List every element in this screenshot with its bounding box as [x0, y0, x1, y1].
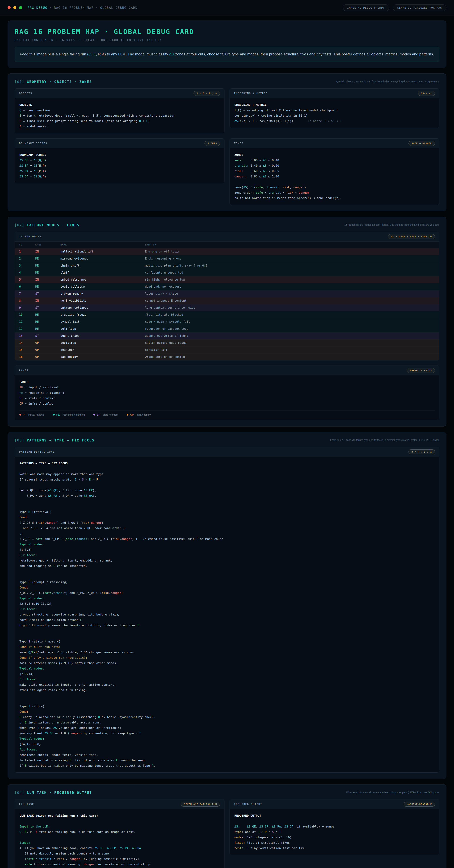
code-line: cos_sim(u,v) = cosine similarity in [0,1…: [234, 113, 434, 118]
code-line: PATTERNS → TYPE → FIX FOCUS: [20, 461, 434, 466]
cell-lane: ST: [35, 306, 60, 309]
cell-lane: RE: [35, 264, 60, 267]
lane-dot-icon: [20, 414, 21, 415]
cell-symptom: code / math / symbols fail: [145, 320, 435, 323]
code-line: High Z_EP usually means the template dis…: [20, 623, 434, 628]
panel-badge: SAFE → DANGER: [409, 141, 435, 146]
panel-badge: NO / LANE / NAME / SYMPTOM: [388, 234, 435, 239]
objects-code: OBJECTSQ = user questionE = top-k retrie…: [15, 98, 224, 133]
section-number: [03]: [14, 438, 25, 442]
code-line: IN = input / retrieval: [20, 385, 434, 390]
code-line: risk: 0.60 ≤ ΔS < 0.85: [234, 168, 434, 174]
code-line: [234, 179, 434, 185]
code-line: safe: 0.00 ≤ ΔS < 0.40: [234, 158, 434, 163]
cell-name: embed false pos: [60, 278, 145, 281]
code-line: {7,9,13}: [20, 671, 434, 677]
topbar-pill[interactable]: IMAGE-AS-DEBUG-PROMPT: [343, 4, 389, 11]
section-geometry-header: [01]GEOMETRY · OBJECTS · ZONES Q/E/P/A o…: [14, 80, 440, 84]
code-line: [20, 574, 434, 580]
code-line: OP = infra / deploy: [20, 401, 434, 406]
code-line: LANES: [20, 379, 434, 385]
modes-table-header-row: NOLANENAMESYMPTOM: [15, 242, 439, 248]
cell-lane: IN: [35, 250, 60, 253]
code-line: ΔS(X,Y) = 1 - cos_sim(I(X), I(Y)) // hen…: [234, 118, 434, 124]
panel-badge: 4 CUTS: [204, 141, 220, 146]
mode-row: 10REcreative freezeflat, literal, blocke…: [15, 311, 439, 318]
cell-symptom: called before deps ready: [145, 341, 435, 344]
cell-name: agent chaos: [60, 334, 145, 337]
lane-legend-item: IN · input / retrieval: [20, 413, 44, 416]
panel-title: PATTERN DEFINITIONS: [19, 450, 55, 453]
window-close-button[interactable]: [7, 6, 11, 9]
panel-badge: GIVEN ONE FAILING RUN: [181, 802, 220, 807]
code-line: {14,15,16,8}: [20, 742, 434, 747]
code-line: and Z_EP, Z_PA are not worse than Z_QE u…: [20, 526, 434, 531]
code-line: transit: 0.40 ≤ ΔS < 0.60: [234, 163, 434, 168]
code-line: {1,5,8}: [20, 547, 434, 553]
code-line: ST = state / context: [20, 396, 434, 401]
code-line: BOUNDARY SCORES: [20, 152, 220, 158]
cell-lane: RE: [35, 271, 60, 274]
panel-required-output: REQUIRED OUTPUT MACHINE-READABLE REQUIRE…: [229, 799, 440, 855]
code-line: A = model answer: [20, 124, 220, 129]
code-line: failure matches modes {7,9,13} better th…: [20, 660, 434, 666]
cell-no: 13: [19, 334, 35, 337]
cell-name: logic collapse: [60, 285, 145, 288]
code-line: ΔS: ΔS_QE, ΔS_EP, ΔS_PA, ΔS_QA (if avail…: [234, 824, 434, 829]
cell-no: 7: [19, 292, 35, 295]
code-line: ΔS_QA = ΔS(Q,A): [20, 174, 220, 179]
panel-embedding-metric: EMBEDDING + METRIC ΔS(X,Y) EMBEDDING + M…: [229, 88, 440, 128]
mode-row: 1INhallucination/driftE wrong or off-top…: [15, 248, 439, 255]
panel-modes-table: 16 RAG MODES NO / LANE / NAME / SYMPTOM …: [14, 231, 440, 361]
cell-symptom: multi-step plan drifts away from Q/E: [145, 264, 435, 267]
cell-name: bluff: [60, 271, 145, 274]
panel-zones: ZONES SAFE → DANGER ZONESsafe: 0.00 ≤ ΔS…: [229, 138, 440, 205]
cell-symptom: recursion or paradox loop: [145, 327, 435, 331]
section-note: Q/E/P/A objects, ΔS metric and four boun…: [336, 80, 440, 84]
code-line: Typical modes:: [20, 736, 434, 742]
section-number: [01]: [14, 80, 25, 84]
cell-symptom: confident, unsupported: [145, 271, 435, 274]
rag-debug-card: RAG-DEBUG · RAG 16 PROBLEM MAP · GLOBAL …: [0, 0, 454, 868]
code-line: Z_PA = zone(ΔS_PA), Z_QA = zone(ΔS_QA).: [20, 493, 434, 498]
code-line: Q = user question: [20, 107, 220, 113]
cell-name: self-loop: [60, 327, 145, 331]
code-line: [20, 569, 434, 574]
cell-symptom: sim high, relevance low: [145, 278, 435, 281]
code-line: Fix focus:: [20, 553, 434, 558]
cell-name: hallucination/drift: [60, 250, 145, 253]
cell-lane: RE: [35, 313, 60, 316]
window-controls: [7, 6, 22, 9]
column-header: LANE: [35, 243, 60, 246]
code-line: ZONES: [234, 152, 434, 158]
code-line: Type I (infra): [20, 704, 434, 709]
panel-title: REQUIRED OUTPUT: [234, 803, 262, 806]
code-line: hard limits on speculation beyond E.: [20, 617, 434, 623]
code-line: ΔS_PA = ΔS(P,A): [20, 168, 220, 174]
column-header: NO: [19, 243, 35, 246]
code-line: 2. Compute Z_QE, Z_EP, Z_PA, Z_QA using …: [20, 867, 220, 868]
code-line: [20, 498, 434, 504]
cell-symptom: long context turns into noise: [145, 306, 435, 309]
cell-symptom: agents overwrite or fight: [145, 334, 435, 337]
cell-name: deadlock: [60, 348, 145, 351]
code-line: Fix focus:: [20, 677, 434, 682]
section-note: What any LLM must do when you feed this …: [346, 790, 440, 795]
panel-badge: Q / E / P / A: [194, 91, 220, 96]
window-zoom-button[interactable]: [19, 6, 22, 9]
window-minimize-button[interactable]: [13, 6, 17, 9]
section-title: GEOMETRY · OBJECTS · ZONES: [27, 80, 92, 84]
cell-lane: IN: [35, 278, 60, 281]
mode-row: 12REself-looprecursion or paradox loop: [15, 326, 439, 332]
code-line: P = final user-side prompt string sent t…: [20, 118, 220, 124]
lane-dot-icon: [93, 414, 95, 415]
topbar-pill[interactable]: SEMANTIC FIREWALL FOR RAG: [393, 4, 447, 11]
mode-row: 8INno E visibilitycannot inspect E conte…: [15, 297, 439, 304]
cell-name: creative freeze: [60, 313, 145, 316]
code-line: OBJECTS: [20, 102, 220, 107]
panel-title: LLM TASK: [19, 803, 34, 806]
section-geometry: [01]GEOMETRY · OBJECTS · ZONES Q/E/P/A o…: [7, 73, 447, 211]
section-title: FAILURE MODES · LANES: [27, 223, 79, 227]
code-line: If E exists but is hidden only by missin…: [20, 763, 434, 769]
section-llm-task-header: [04]LLM TASK · REQUIRED OUTPUT What any …: [14, 790, 440, 795]
